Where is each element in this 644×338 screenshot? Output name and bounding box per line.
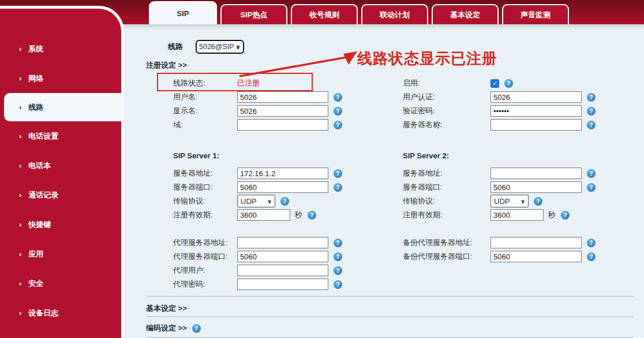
server-port-2-input[interactable]: [491, 181, 582, 193]
sidebar-item-label: 电话设置: [28, 131, 58, 142]
proxy-port-input[interactable]: [237, 251, 328, 262]
reg-expire-1-input[interactable]: [237, 209, 290, 221]
display-name-input[interactable]: [237, 105, 328, 117]
help-icon[interactable]: ?: [587, 121, 596, 129]
help-icon[interactable]: ?: [587, 183, 596, 192]
help-icon[interactable]: ?: [587, 252, 596, 261]
line-status-row: 线路状态:已注册: [146, 76, 403, 90]
sidebar-item-line[interactable]: ›线路: [4, 93, 124, 121]
reg-expire-1-row: 注册有效期:秒?: [146, 208, 403, 222]
tab-sip-hotspot[interactable]: SIP热点: [220, 4, 287, 24]
tab-action-plan[interactable]: 联动计划: [361, 4, 428, 24]
help-icon[interactable]: ?: [334, 266, 342, 275]
chevron-right-icon: ›: [19, 74, 21, 83]
help-icon[interactable]: ?: [334, 239, 342, 247]
help-icon[interactable]: ?: [587, 239, 596, 247]
username-input[interactable]: [237, 91, 328, 103]
divider: [146, 296, 634, 297]
sidebar-item-phonebook[interactable]: ›电话本: [0, 151, 121, 180]
help-icon[interactable]: ?: [334, 183, 342, 192]
help-icon[interactable]: ?: [334, 93, 342, 102]
sidebar-item-phone-settings[interactable]: ›电话设置: [0, 121, 121, 151]
sidebar-item-label: 系统: [28, 44, 43, 54]
server-port-1-label: 服务器端口:: [173, 182, 237, 192]
help-icon[interactable]: ?: [561, 211, 570, 220]
display-name-row: 显示名:?: [146, 104, 403, 118]
server-address-1-input[interactable]: [237, 168, 328, 179]
reg-expire-1-unit: 秒: [295, 210, 302, 220]
auth-user-label: 用户认证:: [403, 92, 491, 102]
enable-checkbox[interactable]: ✓: [491, 79, 499, 88]
transport-1-select[interactable]: UDP∨: [237, 195, 275, 207]
server-port-1-input[interactable]: [237, 181, 328, 193]
transport-2-select-value: UDP: [494, 197, 510, 206]
help-icon[interactable]: ?: [334, 169, 342, 178]
page: SIPSIP热点收号规则联动计划基本设定声音监测 ›系统›网络›线路›电话设置›…: [0, 0, 644, 338]
sidebar-item-system[interactable]: ›系统: [0, 34, 121, 64]
chevron-right-icon: ›: [19, 279, 21, 288]
help-icon[interactable]: ?: [334, 107, 342, 116]
proxy-user-input[interactable]: [237, 265, 328, 276]
sidebar-item-hotkey[interactable]: ›快捷键: [0, 210, 121, 239]
sidebar-menu: ›系统›网络›线路›电话设置›电话本›通话记录›快捷键›应用›安全›设备日志: [0, 9, 121, 328]
help-icon[interactable]: ?: [334, 121, 342, 129]
reg-expire-1-label: 注册有效期:: [173, 210, 237, 220]
proxy-password-input[interactable]: [237, 278, 328, 290]
sidebar-item-device-log[interactable]: ›设备日志: [0, 298, 121, 328]
help-icon[interactable]: ?: [192, 324, 201, 333]
backup-proxy-port-input[interactable]: [491, 251, 582, 262]
sidebar-item-security[interactable]: ›安全: [0, 269, 121, 298]
divider: [146, 316, 634, 317]
server-name-input[interactable]: [491, 119, 582, 131]
proxy-port-row: 代理服务器端口:?: [146, 250, 403, 263]
transport-2-select[interactable]: UDP∨: [491, 195, 529, 207]
domain-input[interactable]: [237, 119, 328, 131]
help-icon[interactable]: ?: [587, 107, 596, 116]
register-settings-title[interactable]: 注册设定 >>: [146, 60, 187, 70]
tab-sip[interactable]: SIP: [149, 1, 217, 24]
server-port-2-label: 服务器端口:: [403, 182, 491, 192]
tab-sound-monitor[interactable]: 声音监测: [502, 4, 569, 24]
chevron-right-icon: ›: [19, 220, 21, 229]
sidebar-item-network[interactable]: ›网络: [0, 64, 121, 93]
register-settings-group: 线路状态:已注册用户名:?显示名:?域:? 启用:✓?用户认证:?验证密码:?服…: [146, 76, 639, 132]
help-icon[interactable]: ?: [504, 79, 513, 88]
help-icon[interactable]: ?: [334, 280, 342, 289]
auth-user-row: 用户认证:?: [403, 90, 639, 104]
server-address-2-input[interactable]: [491, 168, 582, 179]
basic-settings-title[interactable]: 基本设定 >>: [146, 303, 187, 314]
help-icon[interactable]: ?: [587, 169, 596, 178]
annotation-text: 线路状态显示已注册: [357, 49, 497, 69]
server-name-row: 服务器名称:?: [403, 118, 639, 132]
proxy-address-input[interactable]: [237, 237, 328, 248]
line-select[interactable]: 5026@SIP ∨: [196, 40, 244, 54]
sidebar-item-application[interactable]: ›应用: [0, 239, 121, 269]
chevron-down-icon: ∨: [267, 198, 272, 205]
tab-basic-settings[interactable]: 基本设定: [432, 4, 499, 24]
chevron-right-icon: ›: [19, 161, 21, 170]
auth-password-input[interactable]: [491, 105, 582, 117]
chevron-down-icon: ∨: [235, 43, 241, 51]
server-address-1-label: 服务器地址:: [173, 168, 237, 179]
backup-proxy-address-label: 备份代理服务器地址:: [403, 237, 491, 248]
sidebar-item-call-log[interactable]: ›通话记录: [0, 180, 121, 210]
help-icon[interactable]: ?: [308, 211, 316, 220]
transport-1-row: 传输协议:UDP∨?: [146, 194, 403, 208]
auth-user-input[interactable]: [491, 91, 582, 103]
codec-settings-title[interactable]: 编码设定 >>: [146, 323, 187, 333]
help-icon[interactable]: ?: [587, 93, 596, 102]
help-icon[interactable]: ?: [534, 197, 542, 206]
sip-server-group: 服务器地址:?服务器端口:?传输协议:UDP∨?注册有效期:秒? 服务器地址:?…: [146, 166, 639, 222]
line-select-value: 5026@SIP: [199, 43, 235, 51]
username-label: 用户名:: [173, 92, 237, 102]
reg-expire-2-input[interactable]: [491, 209, 544, 221]
help-icon[interactable]: ?: [334, 252, 342, 261]
reg-expire-2-label: 注册有效期:: [403, 210, 491, 220]
backup-proxy-address-input[interactable]: [491, 237, 582, 248]
tab-dial-rule[interactable]: 收号规则: [291, 4, 358, 24]
proxy-address-row: 代理服务器地址:?: [146, 236, 403, 250]
sidebar: ›系统›网络›线路›电话设置›电话本›通话记录›快捷键›应用›安全›设备日志: [0, 6, 124, 338]
chevron-right-icon: ›: [19, 309, 21, 317]
sidebar-item-label: 快捷键: [28, 220, 51, 230]
help-icon[interactable]: ?: [280, 197, 289, 206]
